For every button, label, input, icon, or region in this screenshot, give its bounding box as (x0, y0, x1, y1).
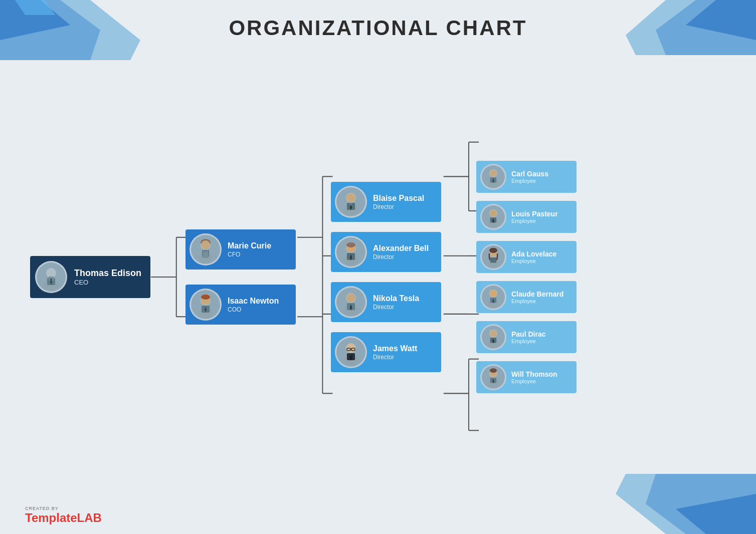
svg-point-53 (346, 193, 355, 202)
svg-rect-91 (490, 257, 496, 263)
employee-lovelace-info: Ada Lovelace Employee (511, 250, 556, 264)
director-bell-card: Alexander Bell Director (331, 232, 441, 272)
employee-thomson-card: Will Thomson Employee (476, 361, 577, 393)
branding: CREATED BY TemplateLAB (25, 506, 102, 525)
director-bell-info: Alexander Bell Director (373, 243, 429, 260)
ceo-avatar (35, 261, 67, 293)
svg-point-98 (490, 330, 497, 337)
director-watt-info: James Watt Director (373, 344, 417, 360)
employee-gauss-info: Carl Gauss Employee (511, 170, 548, 184)
director-tesla-role: Director (373, 304, 419, 311)
svg-point-65 (346, 294, 355, 303)
cfo-avatar (190, 233, 222, 265)
employee-dirac-name: Paul Dirac (511, 330, 545, 339)
employee-pasteur-avatar (480, 204, 506, 230)
directors-column: Blaise Pascal Director Alexander Bell Di… (331, 182, 441, 372)
ceo-role: CEO (74, 279, 141, 286)
svg-marker-3 (15, 0, 55, 15)
director-pascal-avatar (335, 186, 367, 218)
coo-avatar (190, 289, 222, 321)
employee-gauss-card: Carl Gauss Employee (476, 161, 577, 193)
director-pascal-info: Blaise Pascal Director (373, 193, 424, 210)
employee-bernard-info: Claude Bernard Employee (511, 290, 563, 305)
employee-bernard-avatar (480, 284, 506, 310)
employee-dirac-role: Employee (511, 338, 545, 344)
director-bell-role: Director (373, 253, 429, 260)
employee-dirac-card: Paul Dirac Employee (476, 321, 577, 353)
brand-lab: LAB (77, 511, 102, 524)
employee-pasteur-name: Louis Pasteur (511, 210, 558, 218)
employee-thomson-avatar (480, 364, 506, 390)
employees-column: Carl Gauss Employee Louis Pasteur Employ… (476, 161, 577, 393)
cfo-card: Marie Curie CFO (185, 229, 296, 270)
cfo-name: Marie Curie (228, 241, 271, 250)
employee-thomson-info: Will Thomson Employee (511, 370, 557, 385)
employee-gauss-avatar (480, 164, 506, 190)
director-watt-name: James Watt (373, 344, 417, 353)
employee-bernard-role: Employee (511, 298, 563, 304)
employee-bernard-name: Claude Bernard (511, 290, 563, 299)
employee-gauss-name: Carl Gauss (511, 170, 548, 178)
level2-column: Marie Curie CFO Isaac Newton COO (185, 229, 296, 325)
coo-name: Isaac Newton (228, 296, 279, 306)
ceo-info: Thomas Edison CEO (74, 268, 141, 287)
director-tesla-info: Nikola Tesla Director (373, 294, 419, 310)
created-by-label: CREATED BY (25, 506, 59, 511)
director-watt-card: James Watt Director (331, 332, 441, 372)
employee-dirac-avatar (480, 324, 506, 350)
employee-lovelace-role: Employee (511, 258, 556, 264)
svg-point-60 (346, 242, 355, 247)
brand-name: TemplateLAB (25, 511, 102, 525)
director-watt-role: Director (373, 354, 417, 361)
svg-point-93 (490, 290, 497, 297)
director-watt-avatar (335, 336, 367, 368)
employee-gauss-role: Employee (511, 178, 548, 184)
svg-point-89 (489, 247, 497, 253)
svg-point-78 (490, 170, 497, 177)
svg-rect-39 (50, 279, 52, 281)
brand-template: Template (25, 511, 77, 524)
ceo-card: Thomas Edison CEO (30, 256, 150, 298)
director-pascal-role: Director (373, 203, 424, 210)
employee-pasteur-info: Louis Pasteur Employee (511, 210, 558, 224)
coo-card: Isaac Newton COO (185, 285, 296, 325)
employee-lovelace-avatar (480, 244, 506, 270)
director-pascal-card: Blaise Pascal Director (331, 182, 441, 222)
page-title: ORGANIZATIONAL CHART (0, 16, 756, 40)
employee-thomson-role: Employee (511, 378, 557, 384)
director-tesla-avatar (335, 286, 367, 318)
director-tesla-name: Nikola Tesla (373, 294, 419, 303)
ceo-column: Thomas Edison CEO (30, 256, 150, 298)
director-bell-avatar (335, 236, 367, 268)
svg-point-104 (490, 368, 497, 373)
svg-rect-57 (349, 203, 352, 205)
ceo-name: Thomas Edison (74, 268, 141, 279)
director-tesla-card: Nikola Tesla Director (331, 282, 441, 322)
svg-point-50 (201, 295, 210, 300)
employee-dirac-info: Paul Dirac Employee (511, 330, 545, 345)
svg-point-42 (201, 240, 210, 249)
coo-info: Isaac Newton COO (228, 296, 279, 313)
coo-role: COO (228, 306, 279, 313)
director-bell-name: Alexander Bell (373, 243, 429, 253)
org-chart: Thomas Edison CEO Marie C (20, 60, 736, 494)
employee-lovelace-name: Ada Lovelace (511, 250, 556, 258)
svg-point-83 (490, 210, 497, 217)
employee-bernard-card: Claude Bernard Employee (476, 281, 577, 313)
employee-pasteur-role: Employee (511, 218, 558, 224)
svg-marker-9 (676, 494, 756, 534)
director-pascal-name: Blaise Pascal (373, 193, 424, 203)
cfo-role: CFO (228, 251, 271, 258)
employee-thomson-name: Will Thomson (511, 370, 557, 379)
cfo-info: Marie Curie CFO (228, 241, 271, 257)
employee-pasteur-card: Louis Pasteur Employee (476, 201, 577, 233)
employee-lovelace-card: Ada Lovelace Employee (476, 241, 577, 273)
